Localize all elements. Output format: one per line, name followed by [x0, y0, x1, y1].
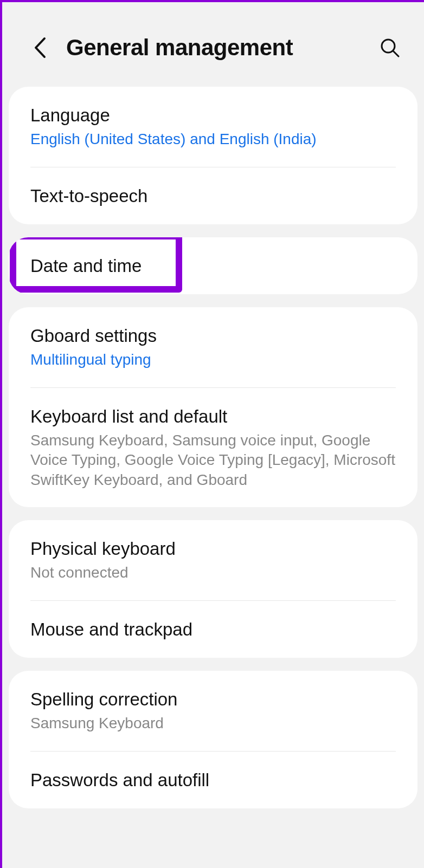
item-title: Mouse and trackpad [30, 618, 396, 640]
back-button[interactable] [28, 36, 51, 59]
item-title: Physical keyboard [30, 537, 396, 560]
item-gboard-settings[interactable]: Gboard settings Multilingual typing [9, 307, 417, 387]
settings-screen: General management Language English (Uni… [2, 2, 424, 868]
item-title: Keyboard list and default [30, 405, 396, 427]
item-subtitle: Multilingual typing [30, 350, 396, 370]
item-text-to-speech[interactable]: Text-to-speech [9, 167, 417, 224]
item-subtitle: Samsung Keyboard [30, 714, 396, 733]
chevron-left-icon [33, 36, 47, 59]
item-keyboard-list-and-default[interactable]: Keyboard list and default Samsung Keyboa… [9, 388, 417, 507]
search-button[interactable] [377, 35, 402, 60]
settings-group: Physical keyboard Not connected Mouse an… [9, 520, 417, 658]
settings-group: Language English (United States) and Eng… [9, 87, 417, 224]
item-title: Gboard settings [30, 325, 396, 347]
search-icon [379, 37, 401, 59]
settings-group: Spelling correction Samsung Keyboard Pas… [9, 671, 417, 808]
settings-group: Gboard settings Multilingual typing Keyb… [9, 307, 417, 507]
settings-group: Date and time [9, 237, 417, 294]
item-title: Passwords and autofill [30, 769, 396, 791]
item-title: Text-to-speech [30, 185, 396, 207]
item-physical-keyboard[interactable]: Physical keyboard Not connected [9, 520, 417, 600]
item-language[interactable]: Language English (United States) and Eng… [9, 87, 417, 167]
item-passwords-and-autofill[interactable]: Passwords and autofill [9, 752, 417, 808]
item-title: Date and time [30, 255, 396, 277]
item-mouse-and-trackpad[interactable]: Mouse and trackpad [9, 601, 417, 658]
page-title: General management [66, 35, 377, 61]
svg-line-1 [393, 51, 399, 56]
item-subtitle: English (United States) and English (Ind… [30, 129, 396, 149]
item-date-and-time[interactable]: Date and time [9, 237, 417, 294]
header: General management [2, 2, 424, 87]
item-title: Spelling correction [30, 688, 396, 710]
item-spelling-correction[interactable]: Spelling correction Samsung Keyboard [9, 671, 417, 751]
item-title: Language [30, 104, 396, 126]
item-subtitle: Not connected [30, 563, 396, 582]
item-subtitle: Samsung Keyboard, Samsung voice input, G… [30, 431, 396, 490]
